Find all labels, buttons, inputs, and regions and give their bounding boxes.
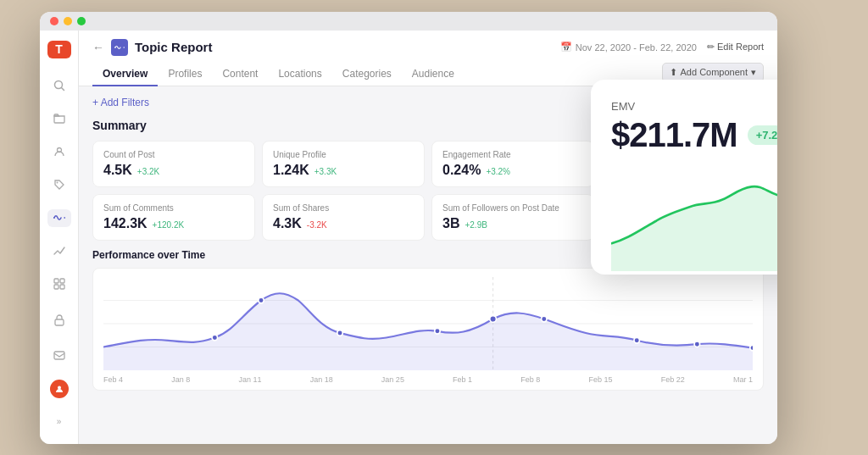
sidebar-item-lock[interactable] — [47, 308, 71, 332]
card-delta: -3.2K — [307, 220, 327, 230]
svg-point-15 — [212, 335, 218, 341]
svg-rect-6 — [54, 285, 58, 289]
card-label: Unique Profile — [273, 150, 414, 159]
emv-value: $211.7M — [611, 116, 737, 154]
svg-rect-8 — [55, 319, 64, 325]
tab-audience[interactable]: Audience — [402, 63, 465, 86]
card-value: 0.24% +3.2% — [442, 163, 583, 178]
sidebar-item-search[interactable] — [47, 77, 71, 95]
card-value: 142.3K +120.2K — [103, 216, 244, 231]
card-sum-followers: Sum of Followers on Post Date 3B +2.9B — [431, 194, 594, 241]
tab-locations[interactable]: Locations — [268, 63, 331, 86]
card-label: Sum of Comments — [103, 203, 244, 213]
card-engagement-rate: Engagement Rate 0.24% +3.2% — [431, 141, 594, 187]
x-label: Feb 4 — [103, 375, 123, 384]
sidebar-item-expand[interactable]: » — [47, 410, 71, 434]
page-title: Topic Report — [135, 40, 212, 54]
card-unique-profile: Unique Profile 1.24K +3.3K — [262, 141, 425, 187]
upload-icon: ⬆ — [670, 67, 677, 78]
card-delta: +3.3K — [314, 167, 337, 176]
sidebar-item-mail[interactable] — [47, 344, 71, 368]
card-sum-shares: Sum of Shares 4.3K -3.2K — [262, 194, 425, 241]
tab-profiles[interactable]: Profiles — [158, 63, 212, 86]
card-value: 3B +2.9B — [442, 216, 583, 231]
x-label: Mar 1 — [733, 375, 753, 384]
close-button[interactable] — [50, 17, 58, 25]
sidebar-item-signals[interactable] — [47, 209, 71, 227]
x-label: Jan 11 — [238, 375, 261, 384]
sidebar-item-avatar[interactable] — [50, 380, 69, 398]
x-label: Feb 1 — [453, 375, 472, 384]
emv-chart-svg — [611, 161, 777, 271]
sidebar-bottom: » — [47, 308, 71, 434]
performance-chart-svg — [103, 277, 753, 370]
card-sum-comments: Sum of Comments 142.3K +120.2K — [92, 194, 255, 241]
tab-content[interactable]: Content — [212, 63, 268, 86]
emv-label: EMV — [611, 100, 777, 113]
topic-icon — [111, 39, 128, 56]
svg-point-22 — [694, 341, 700, 347]
x-label: Jan 25 — [381, 375, 404, 384]
svg-point-23 — [750, 345, 753, 351]
svg-point-17 — [337, 330, 343, 336]
card-delta: +120.2K — [153, 220, 185, 230]
svg-rect-5 — [60, 279, 64, 283]
card-count-post: Count of Post 4.5K +3.2K — [92, 141, 255, 187]
sidebar: T — [40, 31, 79, 444]
x-label: Jan 8 — [171, 375, 190, 384]
chart-x-labels: Feb 4 Jan 8 Jan 11 Jan 18 Jan 25 Feb 1 F… — [103, 374, 753, 384]
x-label: Feb 22 — [661, 375, 685, 384]
svg-rect-4 — [54, 279, 58, 283]
svg-point-21 — [634, 337, 640, 343]
tab-categories[interactable]: Categories — [332, 63, 402, 86]
svg-point-10 — [58, 386, 61, 389]
svg-rect-9 — [54, 352, 64, 359]
calendar-icon: 📅 — [560, 42, 572, 53]
sidebar-item-tools[interactable] — [47, 275, 71, 293]
edit-report-button[interactable]: ✏ Edit Report — [707, 42, 764, 53]
svg-rect-7 — [60, 285, 64, 289]
card-label: Count of Post — [103, 150, 244, 159]
svg-point-3 — [56, 182, 58, 184]
emv-card: EMV $211.7M +7.2% — [591, 80, 777, 275]
date-range: 📅 Nov 22, 2020 - Feb. 22, 2020 — [560, 42, 697, 53]
card-label: Sum of Followers on Post Date — [442, 203, 583, 213]
sidebar-item-user[interactable] — [47, 143, 71, 161]
card-label: Sum of Shares — [273, 203, 414, 213]
title-bar — [40, 12, 777, 31]
header: ← Topic Report 📅 Nov 22, 2020 - Feb. 22,… — [79, 31, 777, 86]
back-button[interactable]: ← — [92, 41, 104, 54]
card-delta: +3.2K — [137, 167, 159, 176]
x-label: Feb 8 — [520, 375, 540, 384]
nav-left: Overview Profiles Content Locations Cate… — [92, 63, 465, 86]
svg-line-1 — [61, 88, 64, 91]
performance-chart: Feb 4 Jan 8 Jan 11 Jan 18 Jan 25 Feb 1 F… — [92, 268, 764, 391]
sidebar-item-folder[interactable] — [47, 110, 71, 128]
card-label: Engagement Rate — [442, 150, 583, 159]
card-value: 4.3K -3.2K — [273, 216, 414, 231]
card-value: 4.5K +3.2K — [103, 163, 244, 178]
app-window: T — [40, 12, 777, 444]
header-left: ← Topic Report — [92, 39, 212, 56]
maximize-button[interactable] — [77, 17, 86, 25]
chevron-down-icon: ▾ — [751, 67, 756, 78]
emv-badge: +7.2% — [748, 125, 777, 145]
svg-point-16 — [259, 297, 264, 303]
card-delta: +2.9B — [465, 220, 487, 230]
svg-point-20 — [542, 316, 548, 322]
sidebar-item-tag[interactable] — [47, 176, 71, 194]
x-label: Jan 18 — [310, 375, 333, 384]
emv-value-row: $211.7M +7.2% — [611, 116, 777, 154]
card-value: 1.24K +3.3K — [273, 163, 414, 178]
svg-point-18 — [435, 328, 441, 334]
sidebar-item-analytics[interactable] — [47, 242, 71, 260]
svg-point-19 — [490, 315, 497, 322]
x-label: Feb 15 — [588, 375, 612, 384]
header-right: 📅 Nov 22, 2020 - Feb. 22, 2020 ✏ Edit Re… — [560, 42, 764, 53]
tab-overview[interactable]: Overview — [92, 63, 158, 86]
minimize-button[interactable] — [64, 17, 72, 25]
header-top: ← Topic Report 📅 Nov 22, 2020 - Feb. 22,… — [92, 39, 764, 56]
sidebar-logo[interactable]: T — [47, 41, 71, 58]
card-delta: +3.2% — [486, 167, 510, 176]
